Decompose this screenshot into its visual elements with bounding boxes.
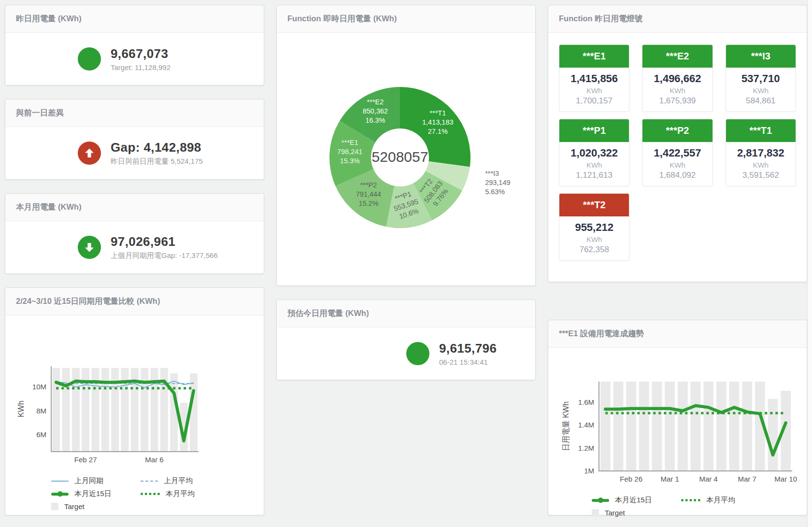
x-tick-label: Feb 26 xyxy=(620,475,642,483)
panel-header[interactable]: 2/24~3/10 近15日同期用電量比較 (KWh) xyxy=(5,288,264,315)
arrow-down-icon xyxy=(83,241,96,254)
panel-header[interactable]: 與前一日差異 xyxy=(5,100,264,127)
lights-tile-p1: ***P11,020,322KWh1,121,613 xyxy=(559,119,629,186)
panel-header[interactable]: 本月用電量 (KWh) xyxy=(5,194,264,221)
stat-value: 9,667,073 xyxy=(111,46,171,61)
status-circle-red xyxy=(78,142,101,165)
tile-unit: KWh xyxy=(561,161,627,169)
card-previous-day-gap: 與前一日差異 Gap: 4,142,898 昨日與前日用電量 5,524,175 xyxy=(5,99,264,180)
tile-target-value: 584,861 xyxy=(728,96,794,106)
legend-label: 本月近15日 xyxy=(74,489,112,499)
tile-value: 955,212 xyxy=(561,221,627,234)
panel-title: 預估今日用電量 (KWh) xyxy=(287,308,369,319)
donut-chart[interactable]: ***T11,413,18327.1%***I3293,1495.63%***T… xyxy=(277,33,535,286)
status-circle-green xyxy=(78,236,101,259)
legend-item[interactable]: 上月同期 xyxy=(51,476,141,485)
lights-grid: ***E11,415,856KWh1,700,157***E21,496,662… xyxy=(548,33,807,272)
legend-item[interactable]: 本月平均 xyxy=(681,496,770,505)
legend-marker-dotted xyxy=(141,493,160,495)
dashboard: 昨日用電量 (KWh) 9,667,073 Target: 11,128,992… xyxy=(0,0,812,527)
tile-value: 537,710 xyxy=(728,72,794,85)
legend-marker-square xyxy=(592,509,599,516)
panel-title: Function 昨日用電燈號 xyxy=(559,14,642,24)
tile-value: 1,496,662 xyxy=(644,72,710,85)
tile-unit: KWh xyxy=(728,161,794,169)
tile-unit: KWh xyxy=(561,86,627,95)
x-tick-label: Mar 7 xyxy=(738,475,756,483)
card-lights-grid: Function 昨日用電燈號 ***E11,415,856KWh1,700,1… xyxy=(548,5,807,282)
legend-item[interactable]: 上月平均 xyxy=(141,476,230,485)
tile-body: 955,212KWh762,358 xyxy=(559,216,629,260)
legend-marker-dashed xyxy=(141,481,158,482)
x-tick-label: Mar 6 xyxy=(145,456,163,464)
tile-header: ***E2 xyxy=(642,45,712,68)
stat-subtext: Target: 11,128,992 xyxy=(111,63,171,71)
card-today-estimate: 預估今日用電量 (KWh) 9,615,796 06-21 15:34:41 xyxy=(276,299,536,380)
tile-target-value: 1,700,157 xyxy=(561,96,627,106)
trend-legend: 本月近15日本月平均Target xyxy=(592,496,807,517)
tile-body: 2,817,832KWh3,591,562 xyxy=(726,142,796,186)
tile-target-value: 3,591,562 xyxy=(728,171,794,180)
tile-header: ***T2 xyxy=(559,194,629,216)
legend-item[interactable]: 本月平均 xyxy=(141,489,230,499)
tile-header: ***T1 xyxy=(726,119,796,142)
donut-center-total: 5208057 xyxy=(352,149,448,165)
legend-item[interactable]: Target xyxy=(51,502,141,511)
stat-row: Gap: 4,142,898 昨日與前日用電量 5,524,175 xyxy=(5,127,264,179)
tile-target-value: 762,358 xyxy=(561,245,627,255)
legend-label: Target xyxy=(605,509,625,517)
tile-body: 1,496,662KWh1,675,939 xyxy=(642,68,712,112)
panel-header[interactable]: Function 昨日用電燈號 xyxy=(548,5,807,33)
legend-marker-thick xyxy=(51,493,69,496)
legend-label: 本月平均 xyxy=(706,496,735,505)
tile-value: 1,415,856 xyxy=(561,72,627,85)
page-scrollbar[interactable] xyxy=(807,0,812,527)
stat-value: 97,026,961 xyxy=(111,234,218,249)
legend-item[interactable]: Target xyxy=(592,509,681,517)
card-month-usage: 本月用電量 (KWh) 97,026,961 上個月同期用電Gap: -17,3… xyxy=(5,193,264,274)
stat-subtext: 06-21 15:34:41 xyxy=(439,358,497,366)
lights-tile-p2: ***P21,422,557KWh1,684,092 xyxy=(642,119,712,186)
status-circle-green xyxy=(78,47,101,71)
panel-title: 2/24~3/10 近15日同期用電量比較 (KWh) xyxy=(16,296,160,307)
panel-header[interactable]: 昨日用電量 (KWh) xyxy=(5,5,264,33)
status-circle-green xyxy=(406,342,429,365)
tile-header: ***P1 xyxy=(559,119,629,142)
y-tick-label: 1M xyxy=(584,467,594,475)
card-compare-chart: 2/24~3/10 近15日同期用電量比較 (KWh) 6M8M10MFeb 2… xyxy=(5,287,264,515)
stat-row: 97,026,961 上個月同期用電Gap: -17,377,566 xyxy=(5,221,264,273)
legend-item[interactable]: 本月近15日 xyxy=(51,489,141,499)
y-tick-label: 8M xyxy=(36,407,46,415)
tile-value: 2,817,832 xyxy=(728,147,794,159)
legend-marker-thick xyxy=(592,499,609,502)
card-trend-chart: ***E1 設備用電達成趨勢 1M1.2M1.4M1.6MFeb 26Mar 1… xyxy=(548,320,807,515)
legend-label: Target xyxy=(64,502,85,511)
x-tick-label: Feb 27 xyxy=(74,456,97,464)
tile-header: ***P2 xyxy=(642,119,712,142)
panel-title: 昨日用電量 (KWh) xyxy=(16,14,82,24)
trend-chart[interactable]: 1M1.2M1.4M1.6MFeb 26Mar 1Mar 4Mar 7Mar 1… xyxy=(548,348,807,495)
x-tick-label: Mar 10 xyxy=(774,475,797,483)
tile-unit: KWh xyxy=(644,161,710,169)
y-tick-label: 1.2M xyxy=(578,444,594,452)
tile-unit: KWh xyxy=(561,235,627,243)
panel-title: ***E1 設備用電達成趨勢 xyxy=(559,328,644,339)
panel-header[interactable]: 預估今日用電量 (KWh) xyxy=(277,300,535,328)
panel-title: Function 即時日用電量 (KWh) xyxy=(287,14,397,24)
y-tick-label: 1.6M xyxy=(578,398,594,406)
stat-row: 9,615,796 06-21 15:34:41 xyxy=(277,328,535,380)
tile-body: 1,415,856KWh1,700,157 xyxy=(559,68,629,112)
card-yesterday-usage: 昨日用電量 (KWh) 9,667,073 Target: 11,128,992 xyxy=(5,5,264,85)
panel-title: 與前一日差異 xyxy=(16,108,64,118)
legend-label: 本月平均 xyxy=(166,489,195,499)
tile-header: ***E1 xyxy=(559,45,629,68)
y-tick-label: 10M xyxy=(32,383,46,391)
compare-chart[interactable]: 6M8M10MFeb 27Mar 6KWh xyxy=(5,315,264,474)
panel-header[interactable]: Function 即時日用電量 (KWh) xyxy=(277,5,535,33)
panel-header[interactable]: ***E1 設備用電達成趨勢 xyxy=(548,320,807,348)
legend-marker-square xyxy=(51,503,58,510)
legend-marker-dotted xyxy=(681,499,700,501)
lights-tile-t2: ***T2955,212KWh762,358 xyxy=(559,193,629,261)
lights-tile-i3: ***I3537,710KWh584,861 xyxy=(726,44,796,112)
legend-item[interactable]: 本月近15日 xyxy=(592,496,681,505)
